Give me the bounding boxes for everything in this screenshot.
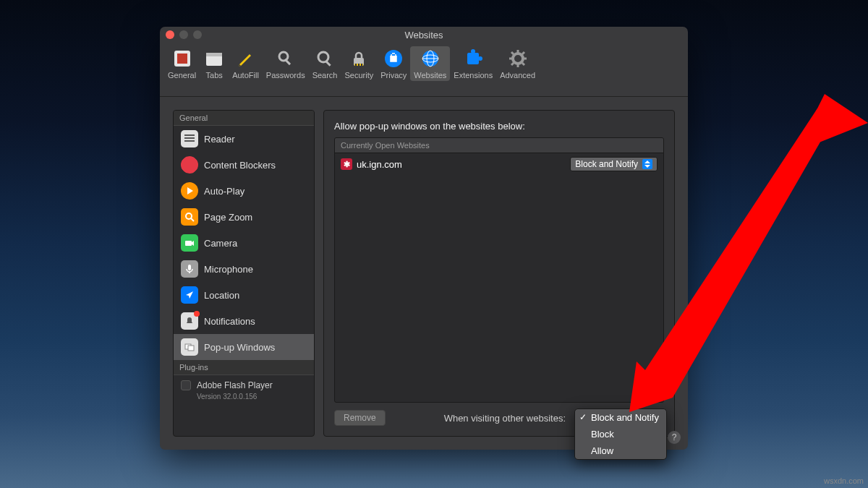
svg-rect-11 [358, 64, 359, 66]
plugin-name: Adobe Flash Player [197, 380, 273, 390]
titlebar: Websites [160, 27, 688, 43]
svg-rect-42 [188, 346, 194, 351]
location-icon [181, 286, 198, 304]
tab-label: Privacy [380, 71, 407, 80]
reader-icon [181, 130, 198, 147]
menu-option-block[interactable]: Block [575, 426, 666, 442]
tab-privacy[interactable]: Privacy [377, 46, 410, 81]
sidebar-item-label: Location [204, 290, 239, 301]
sidebar-item-label: Auto-Play [204, 186, 244, 197]
pane-footer: Remove When visiting other websites: Blo… [334, 410, 664, 426]
sidebar-item-page-zoom[interactable]: Page Zoom [174, 204, 314, 230]
list-header: Currently Open Websites [335, 138, 663, 153]
preferences-window: Websites General Tabs AutoFill [160, 27, 688, 450]
tab-label: Passwords [266, 71, 305, 80]
help-button[interactable]: ? [668, 431, 681, 444]
gear-icon [507, 48, 529, 69]
stop-icon [181, 156, 198, 174]
play-icon [181, 182, 198, 200]
lock-icon [348, 48, 370, 69]
svg-point-20 [478, 56, 482, 61]
tab-general[interactable]: General [164, 46, 200, 81]
svg-line-28 [511, 63, 514, 65]
svg-rect-18 [467, 53, 479, 64]
globe-icon [420, 48, 441, 69]
tab-label: Advanced [500, 71, 535, 80]
tab-label: Search [312, 71, 338, 80]
plugin-row[interactable]: Adobe Flash Player Version 32.0.0.156 [174, 375, 314, 403]
hand-icon [383, 48, 404, 69]
sidebar-item-auto-play[interactable]: Auto-Play [174, 178, 314, 204]
footer-dropdown-menu[interactable]: Block and Notify Block Allow [574, 408, 667, 460]
dropdown-value: Block and Notify [575, 159, 638, 169]
pencil-icon [234, 48, 256, 69]
tab-search[interactable]: Search [309, 46, 341, 81]
sidebar-item-popup-windows[interactable]: Pop-up Windows [174, 334, 314, 360]
svg-line-27 [522, 63, 524, 65]
mic-icon [181, 260, 198, 278]
sidebar-item-label: Pop-up Windows [204, 342, 275, 353]
svg-rect-38 [188, 265, 191, 270]
tab-label: Websites [414, 71, 446, 80]
tab-label: General [168, 71, 196, 80]
sidebar-section-plugins-header: Plug-ins [174, 360, 314, 375]
website-row[interactable]: ✱ uk.ign.com Block and Notify [335, 153, 663, 175]
key-icon [275, 48, 297, 69]
menu-option-allow[interactable]: Allow [575, 442, 666, 459]
tab-autofill[interactable]: AutoFill [229, 46, 263, 81]
svg-point-34 [186, 213, 192, 219]
sidebar-item-label: Camera [204, 238, 237, 249]
tab-passwords[interactable]: Passwords [263, 46, 309, 81]
footer-label: When visiting other websites: [444, 413, 566, 424]
sidebar-item-microphone[interactable]: Microphone [174, 256, 314, 282]
sidebar-item-label: Page Zoom [204, 212, 252, 223]
tab-extensions[interactable]: Extensions [450, 46, 496, 81]
tab-security[interactable]: Security [341, 46, 377, 81]
window-title: Websites [160, 30, 688, 40]
svg-marker-37 [192, 241, 194, 246]
svg-rect-3 [206, 53, 222, 56]
sidebar: General Reader Content Blockers Auto-Pla… [173, 110, 315, 437]
sidebar-item-content-blockers[interactable]: Content Blockers [174, 152, 314, 178]
content-area: General Reader Content Blockers Auto-Pla… [160, 97, 688, 450]
row-setting-dropdown[interactable]: Block and Notify [570, 157, 658, 171]
tab-advanced[interactable]: Advanced [496, 46, 539, 81]
svg-point-21 [513, 53, 523, 64]
puzzle-icon [462, 48, 484, 69]
sidebar-item-label: Content Blockers [204, 160, 276, 171]
sidebar-item-notifications[interactable]: Notifications [174, 308, 314, 334]
tab-websites[interactable]: Websites [410, 46, 450, 81]
websites-list: Currently Open Websites ✱ uk.ign.com Blo… [334, 137, 664, 403]
zoom-icon [181, 208, 198, 226]
svg-line-26 [511, 52, 514, 54]
updown-arrows-icon [642, 159, 652, 169]
svg-rect-10 [355, 64, 357, 66]
svg-line-29 [522, 52, 524, 54]
svg-rect-36 [185, 241, 192, 246]
watermark: wsxdn.com [824, 476, 864, 485]
sidebar-item-reader[interactable]: Reader [174, 126, 314, 152]
sidebar-item-location[interactable]: Location [174, 282, 314, 308]
bell-icon [181, 312, 198, 330]
svg-rect-1 [177, 53, 187, 64]
svg-rect-12 [361, 64, 362, 66]
favicon-icon: ✱ [341, 158, 352, 170]
svg-rect-7 [326, 61, 331, 67]
remove-button[interactable]: Remove [334, 410, 386, 426]
website-domain: uk.ign.com [357, 159, 402, 170]
svg-point-6 [318, 52, 328, 62]
svg-marker-43 [796, 94, 868, 152]
pane-heading: Allow pop-up windows on the websites bel… [334, 121, 664, 132]
svg-rect-31 [184, 137, 195, 139]
plugin-version: Version 32.0.0.156 [197, 393, 307, 401]
general-icon [171, 48, 193, 69]
plugin-checkbox[interactable] [181, 380, 191, 390]
svg-marker-33 [187, 187, 193, 194]
search-icon [314, 48, 336, 69]
detail-pane: Allow pop-up windows on the websites bel… [323, 110, 675, 437]
tab-tabs[interactable]: Tabs [200, 46, 229, 81]
windows-icon [181, 338, 198, 356]
menu-option-block-notify[interactable]: Block and Notify [575, 409, 666, 426]
preferences-toolbar: General Tabs AutoFill Passwords [160, 43, 688, 97]
sidebar-item-camera[interactable]: Camera [174, 230, 314, 256]
